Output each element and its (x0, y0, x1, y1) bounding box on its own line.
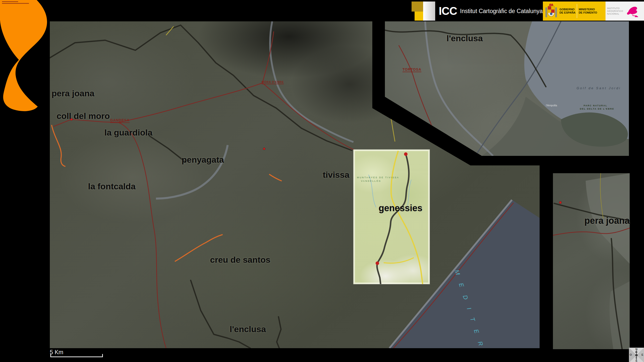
route-marker-coll (70, 118, 72, 120)
ign-magenta-bird-icon (625, 5, 639, 18)
gobierno-logo-block[interactable]: GOBIERNO DE ESPAÑA MINISTERIO DE FOMENTO (543, 2, 606, 21)
sheet-label-pera-joana-panel[interactable]: pera joana (584, 215, 630, 226)
compass-east-label: E (641, 353, 643, 356)
sheet-label-tivissa[interactable]: tivissa (323, 170, 349, 180)
logo-square-gold (412, 2, 423, 12)
range-label-line1: MUNTANYES DE TIVISSA (357, 176, 399, 179)
compass-rose[interactable]: N S E O (629, 348, 644, 362)
roads-orange (52, 125, 282, 261)
town-label-gandesa: GANDESA (110, 118, 130, 123)
panel-pera-joana-map[interactable]: pera joana (553, 173, 630, 349)
ministerio-text: MINISTERIO DE FOMENTO (579, 8, 597, 14)
sheet-label-la-fontcalda[interactable]: la fontcalda (88, 182, 136, 191)
sheet-label-coll-del-moro[interactable]: coll del moro (57, 111, 110, 121)
icc-orange-ribbon-logo (0, 0, 53, 116)
panel-enclusa-map[interactable]: l'enclusa TORTOSA l'Ampolla Golf de Sant… (385, 21, 629, 156)
compass-center-dot (635, 354, 638, 356)
ign-logo-block[interactable]: INSTITUTO GEOGRÁFICO NACIONAL (606, 2, 644, 21)
gulf-label: Golf de Sant Jordi (577, 86, 621, 90)
pera-joana-panel-overlay (553, 173, 630, 349)
logo-square-yellow (415, 12, 423, 21)
town-label-mora-debre: MÓRA D'EBRE (262, 80, 284, 84)
fineprint-line (2, 1, 18, 2)
town-marker (559, 201, 561, 204)
compass-north-label: N (635, 348, 637, 351)
map-viewer: M E D I T E R R À N I A l'enclusa TORTOS… (0, 0, 644, 362)
park-label-line1: PARC NATURAL (584, 104, 607, 107)
park-label-line2: DEL DELTA DE L'EBRE (580, 108, 614, 110)
sheet-label-enclusa-panel[interactable]: l'enclusa (447, 33, 483, 43)
genessies-overlay (353, 150, 430, 284)
ign-text: INSTITUTO GEOGRÁFICO NACIONAL (607, 7, 623, 15)
sheet-label-penyagata[interactable]: penyagata (182, 155, 224, 165)
divider (577, 4, 577, 18)
icc-name: Institut Cartogràfic de Catalunya (460, 8, 543, 15)
roads-yellow (384, 151, 423, 284)
pale-terrain-low (610, 281, 630, 349)
route-marker-end[interactable] (376, 261, 379, 265)
town-label-tortosa: TORTOSA (403, 67, 421, 72)
gobierno-text: GOBIERNO DE ESPAÑA (559, 8, 575, 14)
sheet-label-pera-joana[interactable]: pera joana (52, 88, 94, 98)
icc-logo-block[interactable]: ICC Institut Cartogràfic de Catalunya (435, 2, 543, 21)
fineprint-line (2, 3, 29, 4)
sheet-label-enclusa[interactable]: l'enclusa (230, 324, 266, 334)
sheet-label-la-guardiola[interactable]: la guardiola (104, 128, 152, 138)
town-label-ampolla: l'Ampolla (546, 104, 557, 107)
logo-square-white (423, 2, 435, 21)
compass-west-label: O (630, 353, 632, 356)
route-marker-start[interactable] (404, 152, 408, 156)
sheet-label-genessies[interactable]: genessies (379, 203, 422, 213)
icc-abbr: ICC (439, 5, 457, 17)
sheet-label-creu-de-santos[interactable]: creu de santos (210, 255, 270, 265)
route-marker-junction (263, 148, 265, 150)
compass-south-label: S (635, 359, 637, 362)
highlight-sheet-genessies[interactable]: MUNTANYES DE TIVISSA VANDELLÒS genessies (353, 150, 430, 284)
spain-coat-of-arms-icon (544, 3, 558, 19)
range-label-line2: VANDELLÒS (361, 180, 381, 182)
scalebar (50, 354, 103, 357)
